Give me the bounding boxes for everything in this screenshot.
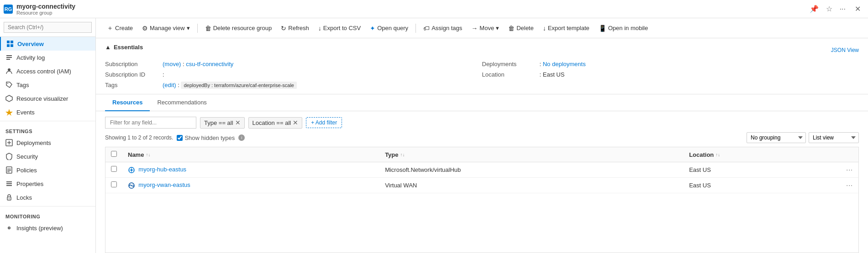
- search-input[interactable]: [4, 22, 92, 33]
- table-options: Showing 1 to 2 of 2 records. Show hidden…: [105, 132, 859, 143]
- sidebar-item-label-security: Security: [16, 153, 38, 160]
- row1-checkbox[interactable]: [111, 166, 117, 172]
- location-sort[interactable]: Location ↑↓: [689, 151, 826, 158]
- name-header: Name ↑↓: [122, 147, 379, 162]
- create-icon: ＋: [107, 24, 113, 32]
- subscription-move-link[interactable]: (move): [163, 61, 181, 67]
- delete-button[interactable]: 🗑 Delete: [505, 22, 537, 34]
- row2-checkbox[interactable]: [111, 181, 117, 187]
- row2-name-link[interactable]: myorg-vwan-eastus: [138, 181, 190, 188]
- essentials-left-col: Subscription (move) : csu-tf-connectivit…: [105, 61, 482, 88]
- title-bar-actions: 📌 ☆ ··· ✕: [808, 4, 864, 14]
- row2-type: Virtual WAN: [385, 182, 417, 189]
- toolbar-separator-2: [416, 24, 416, 33]
- sidebar-item-insights[interactable]: Insights (preview): [0, 221, 95, 235]
- assign-tags-icon: 🏷: [423, 25, 430, 32]
- select-all-checkbox[interactable]: [111, 151, 117, 157]
- svg-rect-17: [6, 183, 12, 184]
- title-bar-text: myorg-connectivity Resource group: [16, 3, 808, 15]
- svg-rect-5: [6, 57, 12, 58]
- create-button[interactable]: ＋ Create: [103, 22, 137, 35]
- row1-name-link[interactable]: myorg-hub-eastus: [138, 166, 186, 173]
- delete-icon: 🗑: [508, 25, 515, 32]
- row1-actions-button[interactable]: ···: [846, 166, 853, 173]
- resources-panel: Type == all ✕ Location == all ✕ + Add fi…: [96, 111, 868, 253]
- delete-rg-button[interactable]: 🗑 Delete resource group: [201, 22, 276, 34]
- sidebar-item-events[interactable]: Events: [0, 105, 95, 119]
- monitoring-divider: [0, 206, 95, 207]
- svg-marker-9: [6, 95, 12, 102]
- manage-view-button[interactable]: ⚙ Manage view ▾: [138, 22, 194, 34]
- open-query-button[interactable]: ✦ Open query: [366, 22, 412, 34]
- row2-type-cell: Virtual WAN: [379, 177, 684, 193]
- tags-label: Tags: [105, 82, 160, 88]
- deployments-link[interactable]: No deployments: [543, 61, 586, 67]
- sidebar-item-deployments[interactable]: Deployments: [0, 136, 95, 150]
- essentials-subscription-id-row: Subscription ID :: [105, 71, 482, 78]
- type-filter-close-button[interactable]: ✕: [235, 119, 241, 126]
- sidebar-item-overview[interactable]: Overview: [0, 37, 95, 51]
- type-sort-icon: ↑↓: [400, 152, 405, 157]
- sidebar-item-label-deployments: Deployments: [16, 139, 51, 146]
- svg-rect-14: [7, 170, 11, 171]
- svg-rect-1: [11, 41, 13, 43]
- pin-button[interactable]: 📌: [808, 4, 821, 14]
- export-template-button[interactable]: ↓ Export template: [539, 22, 593, 34]
- sidebar-item-activity-log[interactable]: Activity log: [0, 51, 95, 64]
- svg-marker-10: [5, 109, 13, 116]
- row2-actions-button[interactable]: ···: [846, 181, 853, 189]
- overview-icon: [6, 40, 14, 47]
- export-template-icon: ↓: [543, 25, 546, 32]
- json-view-button[interactable]: JSON View: [831, 47, 859, 53]
- info-icon[interactable]: i: [238, 134, 245, 141]
- sidebar-item-resource-visualizer[interactable]: Resource visualizer: [0, 92, 95, 105]
- open-mobile-button[interactable]: 📱 Open in mobile: [595, 22, 652, 34]
- name-sort[interactable]: Name ↑↓: [128, 151, 374, 158]
- manage-view-icon: ⚙: [142, 25, 148, 32]
- sidebar-item-access-control[interactable]: Access control (IAM): [0, 64, 95, 78]
- sidebar-item-label-policies: Policies: [16, 167, 37, 174]
- svg-point-8: [7, 83, 8, 84]
- essentials-title: Essentials: [114, 44, 143, 51]
- move-button[interactable]: → Move ▾: [468, 22, 503, 34]
- select-all-header: [105, 147, 122, 162]
- close-button[interactable]: ✕: [851, 4, 864, 14]
- add-filter-button[interactable]: + Add filter: [306, 117, 342, 128]
- sidebar-item-locks[interactable]: Locks: [0, 191, 95, 204]
- export-csv-button[interactable]: ↓ Export to CSV: [315, 22, 364, 34]
- svg-point-20: [9, 198, 10, 199]
- sidebar-item-policies[interactable]: Policies: [0, 163, 95, 177]
- sidebar-item-label-locks: Locks: [16, 194, 32, 201]
- refresh-button[interactable]: ↻ Refresh: [277, 22, 313, 34]
- tab-recommendations[interactable]: Recommendations: [150, 94, 214, 111]
- resource-group-icon: RG: [4, 5, 13, 14]
- main-layout: Overview Activity log Access control (IA…: [0, 18, 868, 253]
- sidebar-item-security[interactable]: Security: [0, 150, 95, 163]
- svg-rect-15: [7, 171, 10, 172]
- subscription-name-link[interactable]: csu-tf-connectivity: [186, 61, 233, 67]
- view-select[interactable]: List view: [809, 132, 859, 143]
- location-value: : East US: [540, 71, 565, 78]
- type-filter-label: Type == all: [204, 119, 233, 126]
- insights-icon: [5, 224, 13, 232]
- grouping-select[interactable]: No grouping: [747, 132, 806, 143]
- toolbar-separator-1: [197, 24, 198, 33]
- grouping-dropdown: No grouping List view: [747, 132, 859, 143]
- filter-input[interactable]: [105, 117, 196, 129]
- essentials-expand-icon: ▲: [105, 44, 111, 51]
- assign-tags-button[interactable]: 🏷 Assign tags: [420, 22, 466, 34]
- tab-resources[interactable]: Resources: [105, 94, 150, 111]
- show-hidden-checkbox[interactable]: [177, 135, 183, 141]
- location-filter-close-button[interactable]: ✕: [293, 119, 298, 126]
- monitoring-section-header: Monitoring: [0, 208, 95, 221]
- type-sort[interactable]: Type ↑↓: [385, 151, 678, 158]
- sidebar-item-tags[interactable]: Tags: [0, 78, 95, 92]
- more-button[interactable]: ···: [838, 4, 847, 14]
- essentials-tags-row: Tags (edit) : deployedBy : terraform/azu…: [105, 82, 482, 88]
- favorite-button[interactable]: ☆: [824, 4, 834, 14]
- sidebar-item-properties[interactable]: Properties: [0, 177, 95, 191]
- location-sort-icon: ↑↓: [715, 152, 720, 157]
- subscription-id-label: Subscription ID: [105, 71, 160, 78]
- deployments-value: : No deployments: [540, 61, 586, 67]
- tags-edit-link[interactable]: (edit): [163, 82, 176, 88]
